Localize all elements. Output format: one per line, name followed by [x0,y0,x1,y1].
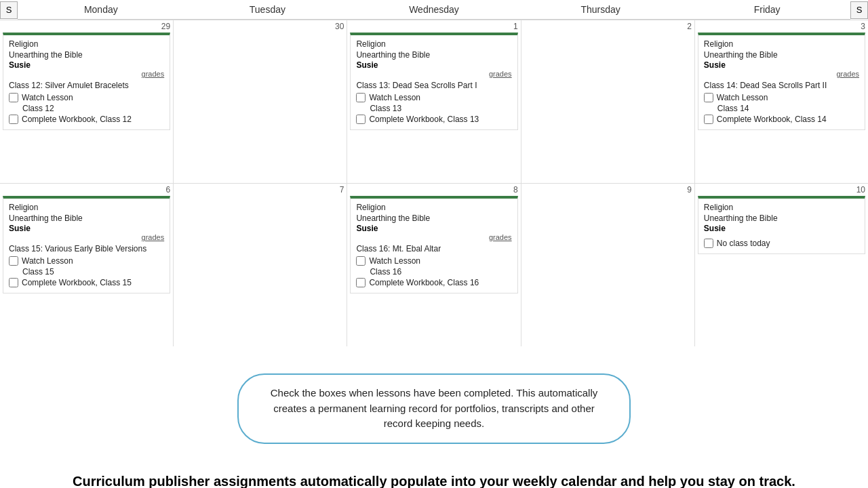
friday-week2-card: Religion Unearthing the Bible Susie No c… [698,196,865,254]
friday-w2-no-class: No class today [704,239,859,248]
wednesday-header: Wednesday [351,0,517,19]
wednesday-week1-date: 1 [347,20,520,33]
tuesday-week1-date: 30 [174,20,347,33]
wednesday-w2-subject: Religion [356,203,511,214]
friday-w2-no-class-label: No class today [717,239,770,248]
friday-w1-class-desc: Class 14: Dead Sea Scrolls Part II [704,81,859,90]
monday-w1-task1-checkbox[interactable] [9,93,18,102]
monday-w2-task1-checkbox[interactable] [9,256,18,266]
thursday-week1-date: 2 [521,20,694,33]
wednesday-week2-date: 8 [347,184,520,196]
tuesday-week1-col: 30 [174,20,347,183]
friday-w1-task1-checkbox[interactable] [704,93,713,102]
friday-w1-grades[interactable]: grades [704,70,859,78]
monday-w1-task2-label: Complete Workbook, Class 12 [22,115,132,124]
wednesday-week1-col: 1 Religion Unearthing the Bible Susie gr… [347,20,521,183]
friday-w1-task2[interactable]: Complete Workbook, Class 14 [704,115,859,124]
monday-w2-task2[interactable]: Complete Workbook, Class 15 [9,278,164,287]
monday-w2-course: Unearthing the Bible [9,214,164,224]
wednesday-week1-card: Religion Unearthing the Bible Susie grad… [350,33,517,130]
monday-w2-task1-sub: Class 15 [22,267,164,277]
wednesday-w1-course: Unearthing the Bible [356,50,511,61]
wednesday-w2-task1-label: Watch Lesson [369,256,420,266]
wednesday-week2-col: 8 Religion Unearthing the Bible Susie gr… [347,184,521,346]
tooltip-box: Check the boxes when lessons have been c… [237,373,631,444]
friday-w2-no-class-checkbox[interactable] [704,239,713,248]
wednesday-w2-task1-sub: Class 16 [370,267,511,277]
friday-w1-task1[interactable]: Watch Lesson [704,93,859,102]
friday-w1-task1-label: Watch Lesson [717,93,768,102]
friday-header: Friday [684,0,850,19]
monday-w1-task1-sub: Class 12 [22,104,164,113]
wednesday-w2-task2-label: Complete Workbook, Class 16 [369,278,479,287]
wednesday-w1-subject: Religion [356,39,511,50]
monday-w2-task1-label: Watch Lesson [22,256,73,266]
thursday-week2-col: 9 [521,184,695,346]
monday-w1-task2[interactable]: Complete Workbook, Class 12 [9,115,164,124]
s-right-button[interactable]: S [850,1,868,19]
friday-week2-date: 10 [695,184,868,196]
tuesday-header: Tuesday [184,0,351,19]
monday-w1-class-desc: Class 12: Silver Amulet Bracelets [9,81,164,90]
friday-week1-card: Religion Unearthing the Bible Susie grad… [698,33,865,130]
tuesday-week2-date: 7 [174,184,347,196]
monday-week1-date: 29 [0,20,173,33]
friday-w1-task1-sub: Class 14 [717,104,859,113]
monday-w1-task1-label: Watch Lesson [22,93,73,102]
thursday-header: Thursday [517,0,684,19]
friday-w1-task2-label: Complete Workbook, Class 14 [717,115,827,124]
wednesday-w2-task1[interactable]: Watch Lesson [356,256,511,266]
wednesday-w2-task1-checkbox[interactable] [356,256,366,266]
monday-week2-date: 6 [0,184,173,196]
monday-w1-subject: Religion [9,39,164,50]
monday-w2-student: Susie [9,224,164,233]
monday-w2-task2-label: Complete Workbook, Class 15 [22,278,132,287]
monday-w2-grades[interactable]: grades [9,233,164,241]
monday-w1-task2-checkbox[interactable] [9,115,18,124]
monday-w2-task1[interactable]: Watch Lesson [9,256,164,266]
wednesday-w1-task1[interactable]: Watch Lesson [356,93,511,102]
wednesday-w1-task2-label: Complete Workbook, Class 13 [369,115,479,124]
wednesday-w1-task1-label: Watch Lesson [369,93,420,102]
monday-header: Monday [18,0,184,19]
monday-w2-task2-checkbox[interactable] [9,278,18,287]
s-left-button[interactable]: S [0,1,18,19]
friday-w1-subject: Religion [704,39,859,50]
wednesday-w1-student: Susie [356,60,511,70]
monday-w1-course: Unearthing the Bible [9,50,164,61]
friday-w1-task2-checkbox[interactable] [704,115,713,124]
monday-w1-task1[interactable]: Watch Lesson [9,93,164,102]
bottom-text: Curriculum publisher assignments automat… [27,471,841,489]
wednesday-w2-task2-checkbox[interactable] [356,278,366,287]
friday-week2-col: 10 Religion Unearthing the Bible Susie N… [695,184,868,346]
wednesday-week2-card: Religion Unearthing the Bible Susie grad… [350,196,517,293]
monday-w2-subject: Religion [9,203,164,214]
wednesday-w2-grades[interactable]: grades [356,233,511,241]
friday-w1-course: Unearthing the Bible [704,50,859,61]
wednesday-w1-task1-checkbox[interactable] [356,93,366,102]
friday-w2-course: Unearthing the Bible [704,214,859,224]
wednesday-w1-task1-sub: Class 13 [370,104,511,113]
friday-week1-col: 3 Religion Unearthing the Bible Susie gr… [695,20,868,183]
monday-week2-card: Religion Unearthing the Bible Susie grad… [3,196,170,293]
wednesday-w1-task2-checkbox[interactable] [356,115,366,124]
friday-w2-student: Susie [704,224,859,233]
wednesday-w1-class-desc: Class 13: Dead Sea Scrolls Part I [356,81,511,90]
monday-week2-col: 6 Religion Unearthing the Bible Susie gr… [0,184,174,346]
wednesday-w2-student: Susie [356,224,511,233]
wednesday-w2-course: Unearthing the Bible [356,214,511,224]
monday-week1-col: 29 Religion Unearthing the Bible Susie g… [0,20,174,183]
monday-w1-student: Susie [9,60,164,70]
tooltip-text: Check the boxes when lessons have been c… [271,387,598,429]
friday-week1-date: 3 [695,20,868,33]
tuesday-week2-col: 7 [174,184,347,346]
thursday-week2-date: 9 [521,184,694,196]
thursday-week1-col: 2 [521,20,695,183]
wednesday-w2-task2[interactable]: Complete Workbook, Class 16 [356,278,511,287]
wednesday-w1-task2[interactable]: Complete Workbook, Class 13 [356,115,511,124]
friday-w1-student: Susie [704,60,859,70]
monday-w1-grades[interactable]: grades [9,70,164,78]
wednesday-w2-class-desc: Class 16: Mt. Ebal Altar [356,244,511,253]
monday-w2-class-desc: Class 15: Various Early Bible Versions [9,244,164,253]
wednesday-w1-grades[interactable]: grades [356,70,511,78]
